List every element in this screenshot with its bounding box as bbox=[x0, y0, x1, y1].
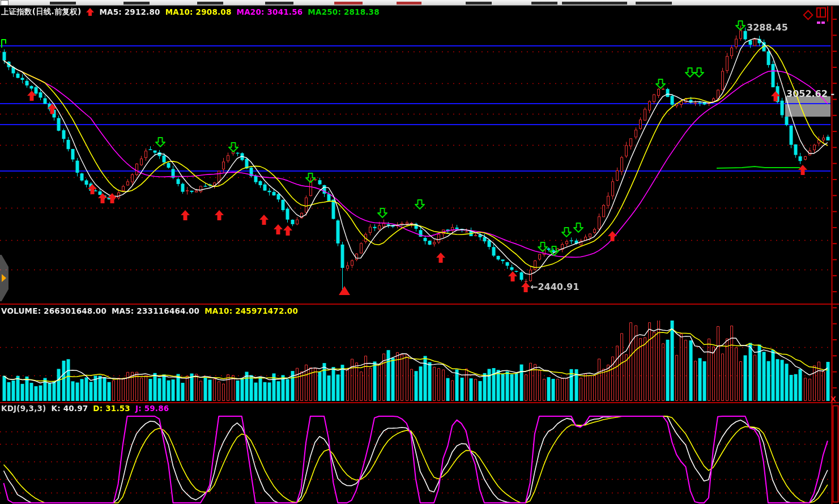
window-layout-icon[interactable] bbox=[816, 7, 826, 18]
peak-price-label: 3288.45 bbox=[747, 22, 788, 33]
trading-terminal: 上证指数(日线.前复权) MA5: 2912.80 MA10: 2908.08 … bbox=[0, 0, 839, 504]
close-icon[interactable]: X bbox=[831, 395, 836, 403]
volume-ma5-value: MA5: 233116464.00 bbox=[112, 306, 199, 315]
menu-bar bbox=[0, 0, 839, 6]
kdj-pane-header: KDJ(9,3,3) K: 40.97 D: 31.53 J: 59.86 bbox=[1, 404, 169, 413]
menu-item-fragment[interactable] bbox=[50, 2, 76, 5]
volume-pane-header: VOLUME: 266301648.00 MA5: 233116464.00 M… bbox=[1, 306, 298, 315]
volume-ma10-value: MA10: 245971472.00 bbox=[205, 306, 298, 315]
kdj-d-value: D: 31.53 bbox=[93, 404, 130, 413]
symbol-title: 上证指数(日线.前复权) bbox=[1, 7, 81, 17]
low-price-label: ←2440.91 bbox=[530, 281, 579, 292]
menu-item-fragment-red[interactable] bbox=[397, 2, 421, 5]
kdj-k-value: K: 40.97 bbox=[51, 404, 88, 413]
kdj-j-value: J: 59.86 bbox=[135, 404, 169, 413]
menu-item-fragment[interactable] bbox=[466, 2, 492, 5]
minimized-indicator bbox=[821, 22, 825, 24]
menu-item-fragment[interactable] bbox=[531, 2, 557, 5]
ma10-value: MA10: 2908.08 bbox=[165, 7, 232, 16]
ma250-value: MA250: 2818.38 bbox=[308, 7, 379, 16]
up-arrow-icon bbox=[86, 8, 94, 16]
minimized-indicator bbox=[817, 22, 820, 24]
window-split-glyph bbox=[817, 8, 821, 16]
expand-arrow-icon bbox=[2, 274, 6, 282]
menu-item-fragment[interactable] bbox=[636, 2, 672, 5]
volume-value: VOLUME: 266301648.00 bbox=[1, 306, 107, 315]
menu-item-fragment-red[interactable] bbox=[334, 2, 363, 5]
app-logo-icon[interactable] bbox=[1, 0, 8, 6]
menu-item-fragment[interactable] bbox=[562, 2, 627, 5]
divider-tick bbox=[827, 6, 828, 22]
ma5-value: MA5: 2912.80 bbox=[99, 7, 160, 16]
menu-item-fragment[interactable] bbox=[123, 2, 150, 5]
menu-item-fragment[interactable] bbox=[265, 2, 293, 5]
kdj-title: KDJ(9,3,3) bbox=[1, 404, 46, 413]
ma20-value: MA20: 3041.56 bbox=[237, 7, 303, 16]
band-price-label: 3052.62 - bbox=[786, 88, 834, 99]
chart-canvas[interactable] bbox=[0, 0, 839, 504]
main-pane-header: 上证指数(日线.前复权) MA5: 2912.80 MA10: 2908.08 … bbox=[1, 7, 380, 17]
menu-item-fragment[interactable] bbox=[197, 2, 223, 5]
